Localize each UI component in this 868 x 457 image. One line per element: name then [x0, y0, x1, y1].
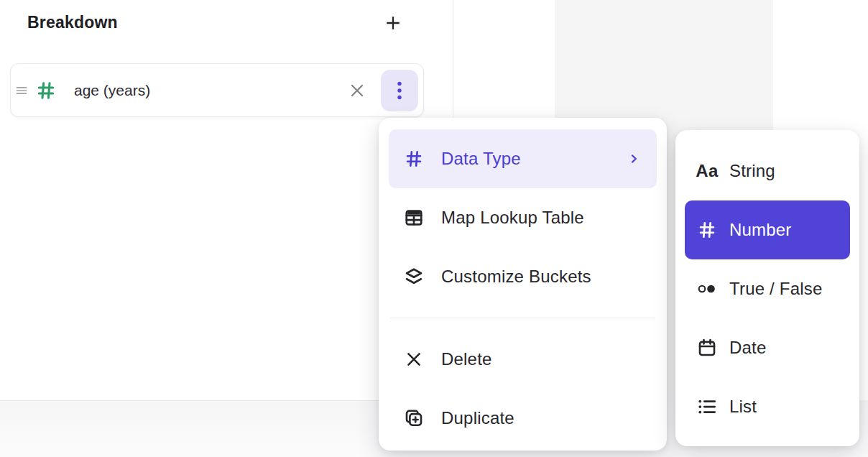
menu-item-label: String [729, 161, 775, 181]
menu-item-label: List [729, 397, 757, 417]
copy-plus-icon [403, 407, 425, 429]
menu-item-label: Data Type [441, 149, 521, 169]
add-breakdown-button[interactable] [379, 9, 407, 37]
hash-icon [403, 148, 425, 170]
menu-divider [390, 318, 655, 318]
menu-item-customize-buckets[interactable]: Customize Buckets [389, 247, 657, 306]
calendar-icon [693, 337, 721, 359]
menu-item-label: Date [729, 338, 767, 358]
hash-icon [35, 80, 57, 101]
data-type-submenu: AaStringNumberTrue / FalseDateList [675, 130, 859, 446]
submenu-item-true-false[interactable]: True / False [685, 259, 850, 318]
submenu-item-number[interactable]: Number [685, 200, 850, 259]
menu-item-label: Map Lookup Table [441, 208, 584, 228]
menu-item-data-type[interactable]: Data Type [389, 129, 657, 188]
breakdown-title: Breakdown [27, 13, 118, 32]
menu-item-label: True / False [729, 279, 823, 299]
plus-icon [383, 13, 403, 33]
menu-item-map-lookup-table[interactable]: Map Lookup Table [389, 188, 657, 247]
field-options-button[interactable] [381, 70, 418, 111]
stack-icon [403, 266, 425, 287]
field-label: age (years) [74, 82, 150, 99]
circles-icon [693, 278, 721, 300]
menu-item-label: Duplicate [441, 408, 514, 428]
menu-item-label: Customize Buckets [441, 267, 591, 287]
submenu-item-date[interactable]: Date [685, 318, 850, 377]
breakdown-field-card: age (years) [10, 63, 424, 117]
remove-field-button[interactable] [345, 78, 369, 103]
submenu-item-string[interactable]: AaString [685, 142, 850, 200]
field-context-menu: Data TypeMap Lookup TableCustomize Bucke… [379, 118, 667, 451]
dots-vertical-icon [397, 80, 402, 101]
menu-item-label: Number [729, 220, 792, 240]
menu-item-delete[interactable]: Delete [389, 330, 657, 389]
x-icon [403, 348, 425, 370]
close-icon [347, 80, 367, 101]
drag-handle-icon[interactable] [15, 85, 28, 96]
submenu-item-list[interactable]: List [685, 377, 850, 436]
aa-icon: Aa [693, 160, 721, 182]
menu-item-duplicate[interactable]: Duplicate [389, 389, 657, 448]
list-icon [693, 396, 721, 417]
hash-icon [693, 219, 721, 241]
chevron-right-icon [627, 151, 641, 167]
table-icon [403, 207, 425, 228]
menu-item-label: Delete [441, 349, 492, 369]
